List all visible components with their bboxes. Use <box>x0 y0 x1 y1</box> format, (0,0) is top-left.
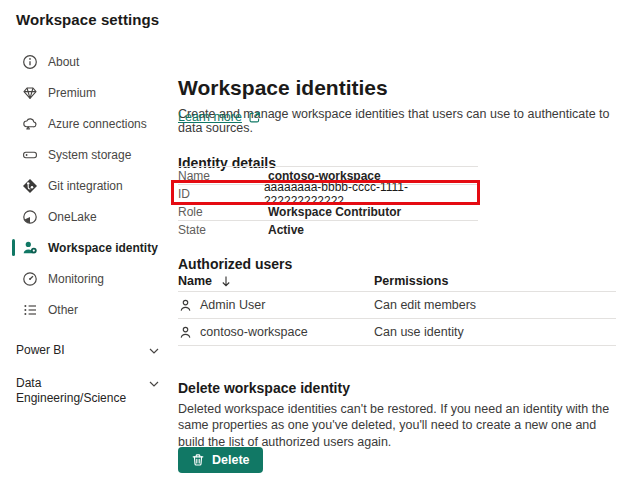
user-name: Admin User <box>200 298 265 312</box>
identity-details-table: Name contoso-workspace ID aaaaaaaa-bbbb-… <box>178 166 478 238</box>
column-header-name[interactable]: Name <box>178 274 212 288</box>
sidebar-item-label: Monitoring <box>48 272 104 286</box>
gauge-icon <box>22 271 38 287</box>
list-icon <box>22 302 38 318</box>
azure-cloud-icon <box>22 116 38 132</box>
sidebar-item-label: Git integration <box>48 179 123 193</box>
person-icon <box>178 298 193 313</box>
detail-label: State <box>178 223 268 237</box>
sidebar-section-power-bi[interactable]: Power BI <box>0 343 156 363</box>
table-row: Admin User Can edit members <box>178 292 616 319</box>
learn-more-label: Learn more <box>178 110 242 124</box>
sidebar-item-monitoring[interactable]: Monitoring <box>0 263 172 294</box>
sidebar-item-azure-connections[interactable]: Azure connections <box>0 108 172 139</box>
column-header-permissions: Permissions <box>374 274 448 288</box>
detail-value: aaaaaaaa-bbbb-cccc-1111-222222222222 <box>264 180 478 208</box>
person-gear-icon <box>22 240 38 256</box>
sidebar-item-label: Azure connections <box>48 117 147 131</box>
selected-indicator-bar <box>12 239 15 256</box>
sidebar-item-label: Premium <box>48 86 96 100</box>
page-title: Workspace identities <box>178 76 388 100</box>
sidebar-item-about[interactable]: About <box>0 46 172 77</box>
git-branch-icon <box>22 178 38 194</box>
sidebar-item-workspace-identity[interactable]: Workspace identity <box>0 232 172 263</box>
delete-button-label: Delete <box>212 453 250 467</box>
delete-section-description: Deleted workspace identities can't be re… <box>178 401 614 451</box>
chevron-down-icon <box>148 345 160 357</box>
sidebar-item-label: Workspace identity <box>48 241 158 255</box>
user-permission: Can use identity <box>374 325 464 339</box>
delete-section-heading: Delete workspace identity <box>178 380 350 396</box>
sidebar-section-label: Power BI <box>16 343 128 358</box>
user-name: contoso-workspace <box>200 325 308 339</box>
sidebar-item-premium[interactable]: Premium <box>0 77 172 108</box>
table-header-row: Name Permissions <box>178 270 616 292</box>
user-permission: Can edit members <box>374 298 476 312</box>
delete-button[interactable]: Delete <box>178 447 263 473</box>
sidebar-item-onelake[interactable]: OneLake <box>0 201 172 232</box>
sidebar-item-git-integration[interactable]: Git integration <box>0 170 172 201</box>
detail-value: Workspace Contributor <box>268 205 401 219</box>
sidebar-section-label: Data Engineering/Science <box>16 376 128 406</box>
sidebar-section-data-engineering[interactable]: Data Engineering/Science <box>0 376 156 410</box>
detail-row-id: ID aaaaaaaa-bbbb-cccc-1111-222222222222 <box>178 184 478 202</box>
sidebar-item-label: System storage <box>48 148 131 162</box>
chevron-down-icon <box>148 378 160 390</box>
premium-gem-icon <box>22 85 38 101</box>
detail-row-state: State Active <box>178 220 478 238</box>
sidebar-item-label: About <box>48 55 79 69</box>
learn-more-link[interactable]: Learn more <box>178 110 261 124</box>
sidebar-item-other[interactable]: Other <box>0 294 172 325</box>
sort-descending-icon[interactable] <box>220 275 232 287</box>
detail-label: ID <box>178 187 264 201</box>
storage-icon <box>22 147 38 163</box>
detail-label: Name <box>178 169 268 183</box>
info-icon <box>22 54 38 70</box>
detail-value: Active <box>268 223 304 237</box>
sidebar-item-label: Other <box>48 303 78 317</box>
sidebar-item-system-storage[interactable]: System storage <box>0 139 172 170</box>
trash-icon <box>191 453 205 467</box>
sidebar-item-label: OneLake <box>48 210 97 224</box>
window-title: Workspace settings <box>16 11 159 28</box>
person-icon <box>178 325 193 340</box>
external-link-icon <box>248 111 261 124</box>
detail-label: Role <box>178 205 268 219</box>
onelake-icon <box>22 209 38 225</box>
settings-sidebar: About Premium Azure connections System s… <box>0 46 172 410</box>
table-row: contoso-workspace Can use identity <box>178 319 616 346</box>
authorized-users-table: Name Permissions Admin User Can edit mem… <box>178 270 616 346</box>
